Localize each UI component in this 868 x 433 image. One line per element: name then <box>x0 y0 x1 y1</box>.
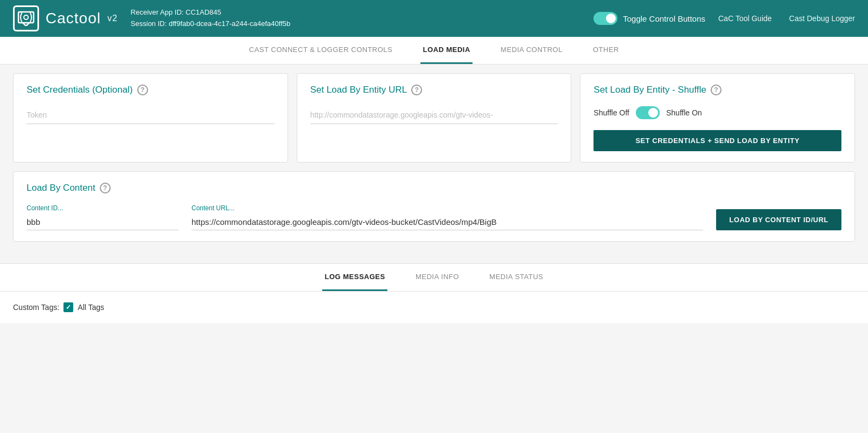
toggle-control-buttons-switch[interactable] <box>593 12 617 25</box>
set-credentials-send-entity-button[interactable]: SET CREDENTIALS + SEND LOAD BY ENTITY <box>593 130 841 151</box>
session-info: Receiver App ID: CC1AD845 Session ID: df… <box>131 7 580 30</box>
toggle-control-buttons-label: Toggle Control Buttons <box>623 14 705 23</box>
load-by-content-button[interactable]: LOAD BY CONTENT ID/URL <box>716 209 841 230</box>
shuffle-off-label: Shuffle Off <box>593 108 629 117</box>
session-id-line: Session ID: dff9fab0-dcea-4c17-a244-ca4e… <box>131 18 580 30</box>
token-input[interactable] <box>27 106 275 124</box>
bottom-tab-media-info[interactable]: MEDIA INFO <box>413 264 461 291</box>
all-tags-checkbox[interactable] <box>63 302 73 312</box>
bottom-tab-media-status[interactable]: MEDIA STATUS <box>487 264 545 291</box>
session-label: Session ID: <box>131 20 167 28</box>
cac-tool-guide-link[interactable]: CaC Tool Guide <box>718 14 772 23</box>
header-nav: CaC Tool Guide Cast Debug Logger <box>718 14 855 23</box>
load-by-content-card: Load By Content ? Content ID... bbb Cont… <box>13 171 855 242</box>
cast-debug-logger-link[interactable]: Cast Debug Logger <box>789 14 855 23</box>
bottom-tabs-bar: LOG MESSAGES MEDIA INFO MEDIA STATUS <box>0 264 868 292</box>
custom-tags-label: Custom Tags: <box>13 303 59 312</box>
bottom-tab-log-messages[interactable]: LOG MESSAGES <box>322 264 387 291</box>
content-url-group: Content URL... https://commondatastorage… <box>192 204 703 230</box>
all-tags-label: All Tags <box>78 303 104 312</box>
entity-url-title-text: Set Load By Entity URL <box>310 85 407 95</box>
receiver-label: Receiver App ID: <box>131 8 184 16</box>
entity-url-input[interactable] <box>310 106 558 124</box>
toggle-control-buttons-group: Toggle Control Buttons <box>593 12 705 25</box>
shuffle-toggle-switch[interactable] <box>636 106 660 119</box>
load-by-content-card-title: Load By Content ? <box>27 183 841 193</box>
tab-cast-connect[interactable]: CAST CONNECT & LOGGER CONTROLS <box>247 37 394 64</box>
bottom-content-area: Custom Tags: All Tags <box>0 292 868 323</box>
content-id-label: Content ID... <box>27 204 178 212</box>
entity-shuffle-help-icon[interactable]: ? <box>711 85 722 95</box>
load-by-content-title-text: Load By Content <box>27 183 95 193</box>
shuffle-toggle-row: Shuffle Off Shuffle On <box>593 106 841 119</box>
shuffle-on-label: Shuffle On <box>666 108 702 117</box>
receiver-id: CC1AD845 <box>186 8 221 16</box>
entity-url-card-title: Set Load By Entity URL ? <box>310 85 558 95</box>
content-url-value[interactable]: https://commondatastorage.googleapis.com… <box>192 214 703 230</box>
credentials-title-text: Set Credentials (Optional) <box>27 85 133 95</box>
content-url-label: Content URL... <box>192 204 703 212</box>
session-id: dff9fab0-dcea-4c17-a244-ca4efa40ff5b <box>169 20 290 28</box>
credentials-card: Set Credentials (Optional) ? <box>13 73 288 163</box>
tab-media-control[interactable]: MEDIA CONTROL <box>499 37 565 64</box>
logo-text: Cactool <box>46 10 101 27</box>
bottom-section: LOG MESSAGES MEDIA INFO MEDIA STATUS Cus… <box>0 263 868 323</box>
svg-point-1 <box>24 15 28 20</box>
credentials-help-icon[interactable]: ? <box>137 85 148 95</box>
entity-url-help-icon[interactable]: ? <box>411 85 422 95</box>
entity-shuffle-card: Set Load By Entity - Shuffle ? Shuffle O… <box>580 73 855 163</box>
load-content-fields-row: Content ID... bbb Content URL... https:/… <box>27 204 841 230</box>
top-tabs-bar: CAST CONNECT & LOGGER CONTROLS LOAD MEDI… <box>0 37 868 64</box>
entity-url-card: Set Load By Entity URL ? <box>297 73 572 163</box>
tab-other[interactable]: OTHER <box>591 37 621 64</box>
load-by-content-help-icon[interactable]: ? <box>100 183 111 193</box>
entity-shuffle-card-title: Set Load By Entity - Shuffle ? <box>593 85 841 95</box>
receiver-id-line: Receiver App ID: CC1AD845 <box>131 7 580 18</box>
custom-tags-row: Custom Tags: All Tags <box>13 302 855 312</box>
content-id-group: Content ID... bbb <box>27 204 178 230</box>
logo: Cactool v2 <box>13 5 118 31</box>
logo-version: v2 <box>107 14 118 23</box>
card-row-1: Set Credentials (Optional) ? Set Load By… <box>13 73 855 163</box>
entity-shuffle-title-text: Set Load By Entity - Shuffle <box>593 85 706 95</box>
tab-load-media[interactable]: LOAD MEDIA <box>420 37 472 64</box>
header: Cactool v2 Receiver App ID: CC1AD845 Ses… <box>0 0 868 37</box>
main-content: Set Credentials (Optional) ? Set Load By… <box>0 64 868 259</box>
credentials-card-title: Set Credentials (Optional) ? <box>27 85 275 95</box>
content-id-value[interactable]: bbb <box>27 214 178 230</box>
logo-icon <box>13 5 39 31</box>
